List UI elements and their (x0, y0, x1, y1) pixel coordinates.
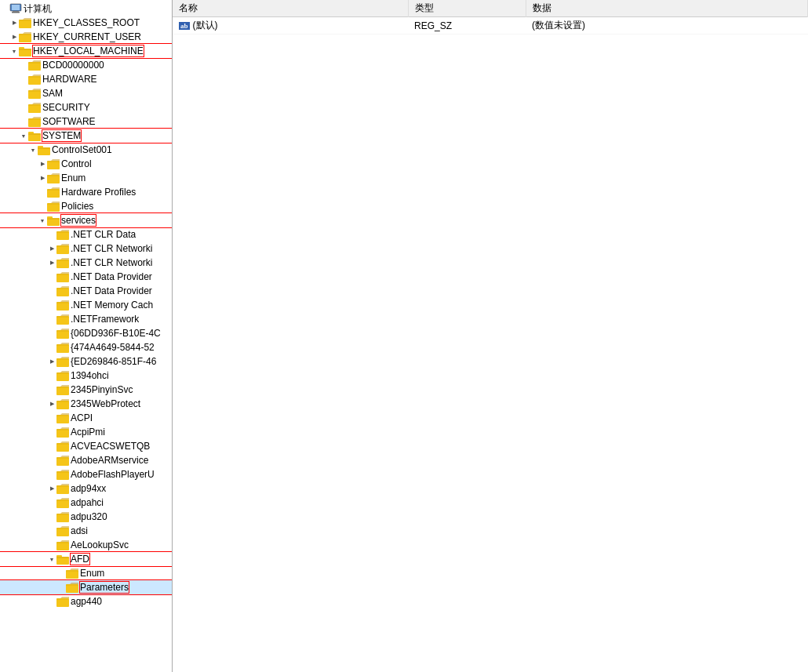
tree-item-svc_agp440[interactable]: agp440 (0, 594, 172, 608)
tree-label: SYSTEM (42, 130, 81, 141)
registry-table: 名称 类型 数据 ab(默认) REG_SZ (数值未设置) (173, 0, 808, 35)
tree-label: 2345WebProtect (71, 398, 140, 409)
svg-rect-5 (19, 20, 31, 21)
tree-item-svc_afd[interactable]: ▼ AFD (0, 552, 172, 566)
tree-item-guid3[interactable]: ▶ {ED269846-851F-46 (0, 354, 172, 369)
tree-item-net_data_provider1[interactable]: .NET Data Provider (0, 270, 172, 284)
tree-item-sam[interactable]: SAM (0, 86, 172, 100)
expander[interactable]: ▶ (47, 258, 56, 267)
tree-item-services[interactable]: ▼ services (0, 213, 172, 227)
tree-label: AcpiPmi (71, 427, 105, 438)
svg-rect-83 (56, 542, 69, 543)
tree-item-guid2[interactable]: {474A4649-5844-52 (0, 340, 172, 354)
tree-item-software[interactable]: SOFTWARE (0, 114, 172, 129)
expander[interactable]: ▼ (38, 216, 47, 225)
tree-item-hkey_current_user[interactable]: ▶ HKEY_CURRENT_USER (0, 30, 172, 44)
tree-label: SECURITY (42, 102, 90, 113)
tree-item-svc_adpu320[interactable]: adpu320 (0, 510, 172, 524)
svg-rect-32 (47, 189, 60, 191)
tree-label: .NETFramework (71, 314, 139, 325)
tree-item-net_memory_cache[interactable]: .NET Memory Cach (0, 298, 172, 312)
tree-item-svc_1394ohci[interactable]: 1394ohci (0, 369, 172, 383)
svg-rect-59 (56, 372, 69, 374)
svg-rect-51 (56, 316, 69, 318)
tree-item-net_data_provider2[interactable]: .NET Data Provider (0, 284, 172, 298)
tree-item-hkey_classes_root[interactable]: ▶ HKEY_CLASSES_ROOT (0, 16, 172, 30)
tree-label: Parameters (80, 582, 129, 593)
registry-row[interactable]: ab(默认) REG_SZ (数值未设置) (173, 17, 808, 35)
tree-item-bcd00000000[interactable]: BCD00000000 (0, 58, 172, 72)
tree-pane[interactable]: 计算机▶ HKEY_CLASSES_ROOT▶ HKEY_CURRENT_USE… (0, 0, 173, 672)
tree-item-hardware[interactable]: HARDWARE (0, 72, 172, 86)
col-type: 类型 (408, 0, 526, 17)
tree-label: Hardware Profiles (61, 187, 136, 198)
expander[interactable]: ▶ (38, 159, 47, 169)
tree-item-svc_2345pinyinsvc[interactable]: 2345PinyinSvc (0, 383, 172, 397)
svg-rect-63 (56, 401, 69, 402)
tree-label: adp94xx (71, 483, 106, 494)
tree-label: 2345PinyinSvc (71, 384, 133, 395)
tree-item-afd_enum[interactable]: Enum (0, 566, 172, 580)
tree-item-svc_aelookup[interactable]: AeLookupSvc (0, 538, 172, 552)
col-name: 名称 (173, 0, 408, 17)
tree-item-system[interactable]: ▼ SYSTEM (0, 129, 172, 143)
expander[interactable]: ▶ (9, 18, 19, 27)
tree-label: AdobeFlashPlayerU (71, 469, 155, 480)
col-data: 数据 (526, 0, 808, 17)
expander[interactable]: ▼ (47, 554, 56, 564)
svg-rect-47 (56, 288, 69, 289)
svg-rect-67 (56, 429, 69, 430)
tree-item-svc_acveacswetqb[interactable]: ACVEACSWETQB (0, 439, 172, 453)
tree-item-afd_parameters[interactable]: Parameters (0, 580, 172, 594)
tree-label: SAM (42, 88, 63, 99)
tree-item-guid1[interactable]: {06DD936F-B10E-4C (0, 326, 172, 340)
entry-name: ab(默认) (173, 17, 408, 35)
tree-item-net_framework[interactable]: .NETFramework (0, 312, 172, 326)
tree-label: SOFTWARE (42, 116, 96, 127)
tree-item-computer[interactable]: 计算机 (0, 2, 172, 16)
tree-item-enum[interactable]: ▶ Enum (0, 171, 172, 185)
svg-rect-16 (28, 90, 41, 92)
expander[interactable]: ▶ (38, 173, 47, 183)
expander[interactable]: ▶ (9, 32, 19, 42)
tree-label: .NET Memory Cach (71, 300, 153, 311)
tree-label: HKEY_CURRENT_USER (33, 31, 141, 42)
tree-item-svc_adp94xx[interactable]: ▶ adp94xx (0, 481, 172, 496)
tree-label: ACVEACSWETQB (71, 441, 150, 452)
tree-item-net_clr_data[interactable]: .NET CLR Data (0, 227, 172, 242)
expander[interactable]: ▶ (47, 244, 56, 253)
tree-item-net_clr_network2[interactable]: ▶ .NET CLR Networki (0, 256, 172, 270)
expander[interactable]: ▼ (28, 145, 38, 154)
svg-rect-90 (66, 584, 78, 586)
svg-rect-92 (56, 598, 69, 600)
tree-item-svc_2345webprotect[interactable]: ▶ 2345WebProtect (0, 397, 172, 411)
tree-item-net_clr_network1[interactable]: ▶ .NET CLR Networki (0, 242, 172, 256)
svg-rect-14 (28, 76, 41, 78)
tree-item-hkey_local_machine[interactable]: ▼ HKEY_LOCAL_MACHINE (0, 44, 172, 58)
svg-rect-7 (19, 34, 31, 35)
svg-rect-75 (56, 485, 69, 487)
expander[interactable]: ▶ (47, 357, 56, 366)
entry-data: (数值未设置) (526, 17, 808, 35)
svg-rect-18 (28, 104, 41, 106)
tree-item-policies[interactable]: Policies (0, 199, 172, 213)
tree-item-svc_adobeflashplayeru[interactable]: AdobeFlashPlayerU (0, 467, 172, 481)
tree-item-security[interactable]: SECURITY (0, 100, 172, 114)
svg-rect-3 (12, 12, 20, 13)
svg-rect-23 (28, 133, 41, 135)
tree-item-svc_acpipmi[interactable]: AcpiPmi (0, 425, 172, 439)
tree-item-controlset001[interactable]: ▼ ControlSet001 (0, 143, 172, 157)
tree-item-control[interactable]: ▶ Control (0, 157, 172, 171)
tree-item-svc_adsi[interactable]: adsi (0, 524, 172, 538)
tree-item-svc_acpi[interactable]: ACPI (0, 411, 172, 425)
expander[interactable]: ▶ (47, 399, 56, 409)
tree-item-hardware_profiles[interactable]: Hardware Profiles (0, 185, 172, 199)
expander[interactable]: ▼ (9, 46, 19, 56)
expander[interactable]: ▼ (19, 131, 28, 140)
tree-item-svc_adpahci[interactable]: adpahci (0, 496, 172, 510)
tree-label: .NET CLR Networki (71, 257, 152, 268)
tree-item-svc_adobearmservice[interactable]: AdobeARMservice (0, 453, 172, 467)
svg-rect-53 (56, 330, 69, 332)
tree-label: AeLookupSvc (71, 539, 129, 550)
expander[interactable]: ▶ (47, 484, 56, 493)
